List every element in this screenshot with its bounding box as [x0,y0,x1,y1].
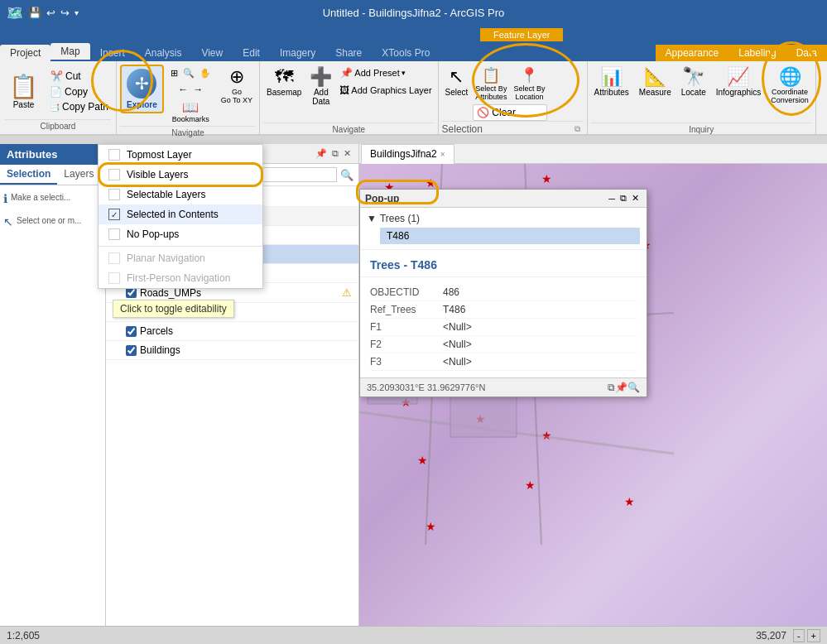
map-star-14: ★ [401,396,411,409]
dropdown-item-selectable[interactable]: Selectable Layers [99,185,262,204]
prev-extent-button[interactable]: ← [176,82,190,97]
warning-icon: ⚠ [342,286,352,299]
zoom-full-button[interactable]: ⊞ [169,66,180,80]
popup-close-button[interactable]: ✕ [629,192,642,204]
buildings-checkbox[interactable] [126,345,137,356]
feature-layer-bar: Feature Layer [0,25,827,41]
dropdown-item-topmost[interactable]: Topmost Layer [99,145,262,165]
add-graphics-layer-button[interactable]: 🖼 Add Graphics Layer [337,83,434,98]
tab-edit[interactable]: Edit [233,45,270,61]
infographics-button[interactable]: 📈 Infographics [713,65,764,99]
layer-item-parcels[interactable]: Parcels [106,322,358,341]
nav-zoom-in[interactable]: + [807,629,820,642]
undo-icon[interactable]: ↩ [46,7,55,19]
pan-button[interactable]: ✋ [198,66,213,80]
dropdown-item-selected-in-contents[interactable]: ✓ Selected in Contents [99,204,262,224]
tab-project[interactable]: Project [0,45,50,61]
popup-maximize-button[interactable]: ⧉ [618,192,629,204]
field-name-f3: F3 [370,356,436,368]
select-by-attributes-button[interactable]: 📋 Select By Attributes [473,65,509,103]
field-name-objectid: OBJECTID [370,286,436,298]
go-to-xy-button[interactable]: ⊕ Go Go To XY [218,65,256,106]
map-star-16: ★ [541,429,552,442]
contents-pin-button[interactable]: 📌 [313,147,329,160]
tab-xtools[interactable]: XTools Pro [372,45,440,61]
dropdown-item-visible[interactable]: Visible Layers [99,165,262,185]
app-title: Untitled - BuildingsJifna2 - ArcGIS Pro [0,7,827,19]
clipboard-section: 📋 Paste ✂️ Cut 📄 Copy 📑 Copy Path Clipbo… [0,61,117,134]
tab-layers[interactable]: Layers [57,165,100,185]
contents-float-button[interactable]: ⧉ [329,147,341,160]
parcels-checkbox[interactable] [126,326,137,337]
popup-tree-section: ▼ Trees (1) T486 [360,208,647,250]
popup-expand-button[interactable]: ⧉ [608,382,615,393]
tree-item[interactable]: T486 [380,228,640,244]
cut-button[interactable]: ✂️ Cut [47,69,111,84]
tree-group-label: Trees (1) [380,213,420,224]
save-icon[interactable]: 💾 [28,7,41,19]
explore-dropdown-menu: Topmost Layer Visible Layers Selectable … [98,144,263,289]
popup-minimize-button[interactable]: ─ [606,193,618,204]
bookmarks-button[interactable]: 📖 Bookmarks [170,99,212,124]
contents-close-button[interactable]: ✕ [341,147,353,160]
locate-button[interactable]: 🔭 Locate [678,65,709,99]
redo-icon[interactable]: ↪ [60,7,70,19]
parcels-name: Parcels [140,325,173,337]
tab-insert[interactable]: Insert [90,45,135,61]
attributes-panel-title: Attributes [0,144,105,165]
add-data-button[interactable]: ➕ Add Data [306,65,335,108]
select-info-icon: ↖ [3,215,13,228]
attributes-button[interactable]: 📊 Attributes [591,65,632,99]
popup-pin-button[interactable]: 📌 [615,382,627,393]
nav-zoom-out[interactable]: - [793,629,805,642]
info-icon: ℹ [3,192,7,205]
select-by-location-button[interactable]: 📍 Select By Location [511,65,547,103]
tab-labeling[interactable]: Labeling [728,45,786,61]
popup-header: Pop-up ─ ⧉ ✕ [360,190,647,208]
ribbon: 📋 Paste ✂️ Cut 📄 Copy 📑 Copy Path Clipbo… [0,61,827,136]
add-preset-button[interactable]: 📌 Add Preset ▾ [337,65,434,81]
map-star-2: ★ [426,176,436,190]
navigation-controls: - + [793,629,820,642]
basemap-button[interactable]: 🗺 Basemap [263,65,305,99]
copy-path-button[interactable]: 📑 Copy Path [47,100,111,113]
tab-imagery[interactable]: Imagery [270,45,325,61]
dropdown-item-no-popups[interactable]: No Pop-ups [99,224,262,244]
layer-section: 🗺 Basemap ➕ Add Data 📌 Add Preset ▾ 🖼 Ad… [260,61,438,134]
tab-appearance[interactable]: Appearance [656,45,729,61]
field-name-f1: F1 [370,321,436,333]
close-tab-button[interactable]: × [440,150,445,159]
explore-button[interactable]: ✢ Explore [120,65,164,113]
status-bar: 1:2,605 35,207 - + [0,626,827,644]
zoom-in-button[interactable]: 🔍 [181,66,196,80]
popup-footer: 35.2093031°E 31.9629776°N ⧉ 📌 🔍 [360,377,647,396]
copy-button[interactable]: 📄 Copy [47,85,111,99]
field-value-f3: <Null> [443,356,472,368]
measure-button[interactable]: 📐 Measure [636,65,675,99]
map-star-17: ★ [417,454,428,467]
tab-share[interactable]: Share [325,45,372,61]
next-extent-button[interactable]: → [191,82,204,97]
select-button[interactable]: ↖ Select [442,65,472,99]
tab-selection[interactable]: Selection [0,165,57,185]
attributes-info-text2: Select one or m... [17,215,81,226]
map-tab-buildingsjifna2[interactable]: BuildingsJifna2 × [361,144,454,164]
map-container: BuildingsJifna2 × ★ ★ ★ ★ ★ ★ ★ ★ ★ ★ ★ … [359,144,827,626]
coordinate-conversion-button[interactable]: 🌐 Coordinate Conversion [767,65,812,106]
popup-title: Pop-up [365,193,606,204]
tooltip-box: Click to toggle editability [113,300,234,318]
field-name-ref-trees: Ref_Trees [370,304,436,315]
clear-selection-button[interactable]: 🚫 Clear [473,104,547,121]
selection-expand[interactable]: ⧉ [575,124,580,134]
popup-zoom-button[interactable]: 🔍 [627,382,640,393]
layer-item-buildings[interactable]: Buildings [106,341,358,360]
tab-view[interactable]: View [191,45,233,61]
popup-feature-title: Trees - T486 [360,250,647,277]
paste-button[interactable]: 📋 Paste [5,70,42,112]
map-tab-bar: BuildingsJifna2 × [359,144,827,164]
tab-map[interactable]: Map [50,43,89,61]
tab-data[interactable]: Data [786,45,827,61]
field-f3: F3 <Null> [370,353,637,371]
tab-analysis[interactable]: Analysis [135,45,192,61]
map-canvas[interactable]: ★ ★ ★ ★ ★ ★ ★ ★ ★ ★ ★ ★ ★ ★ ★ ★ ★ ★ ★ ★ … [359,164,827,626]
